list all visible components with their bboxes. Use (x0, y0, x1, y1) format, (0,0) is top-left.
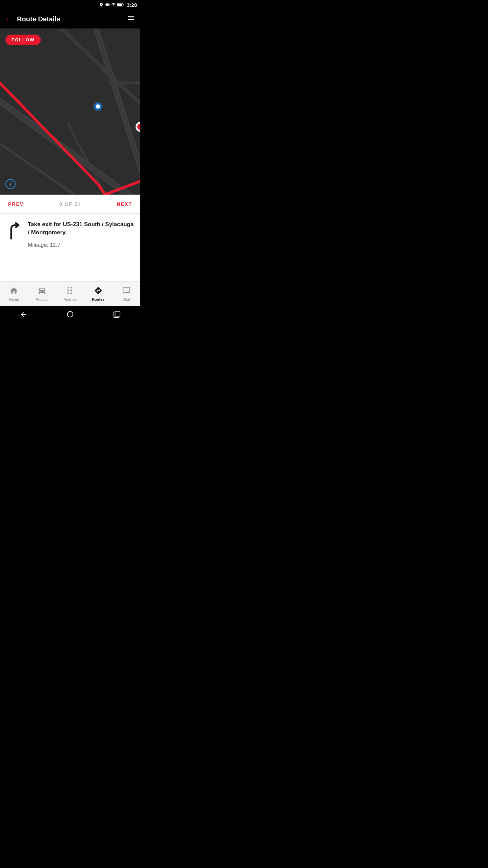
routes-icon (94, 286, 103, 296)
info-button[interactable]: i (5, 179, 16, 189)
android-recents-button[interactable] (113, 311, 121, 318)
status-icons: 3:28 (99, 2, 137, 8)
menu-button[interactable] (127, 14, 135, 24)
nav-label-routes: Routes (92, 297, 104, 301)
nav-label-chat: Chat (122, 297, 130, 301)
agenda-icon (66, 286, 75, 296)
direction-instruction: Take exit for US-231 South / Sylacauga /… (28, 220, 135, 237)
android-nav-bar (0, 306, 140, 323)
nav-label-home: Home (9, 297, 19, 301)
direction-text: Take exit for US-231 South / Sylacauga /… (28, 220, 135, 248)
nav-item-product[interactable]: Product (28, 282, 56, 306)
prev-button[interactable]: PREV (8, 201, 24, 207)
android-home-button[interactable] (66, 311, 74, 318)
menu-icon (127, 14, 135, 22)
location-icon (99, 2, 104, 7)
direction-mileage: Mileage: 12.7 (28, 242, 135, 248)
app-header: ← Route Details (0, 9, 140, 28)
follow-button[interactable]: FOLLOW (5, 35, 41, 45)
nav-label-agenda: Agenda (64, 297, 77, 301)
home-icon (9, 286, 18, 296)
next-button[interactable]: NEXT (117, 201, 132, 207)
product-icon (38, 286, 46, 296)
status-bar: 3:28 (0, 0, 140, 9)
nav-item-chat[interactable]: Chat (112, 282, 140, 306)
chat-icon (122, 286, 131, 296)
svg-rect-2 (118, 4, 122, 6)
bottom-nav: Home Product Agenda Routes (0, 281, 140, 306)
android-back-button[interactable] (20, 311, 27, 318)
map-svg: Old Rockford Rd Rocky Ridge Rd Rockford … (0, 28, 140, 195)
svg-point-10 (96, 104, 100, 108)
status-time: 3:28 (127, 2, 137, 8)
signal-icon (111, 2, 116, 7)
nav-item-routes[interactable]: Routes (84, 282, 112, 306)
nav-item-home[interactable]: Home (0, 282, 28, 306)
turn-arrow-icon (5, 222, 22, 242)
battery-icon (117, 3, 124, 7)
svg-rect-1 (123, 4, 124, 5)
nav-controls: PREV 8 OF 24 NEXT (0, 195, 140, 214)
step-counter: 8 OF 24 (59, 201, 81, 207)
direction-panel: Take exit for US-231 South / Sylacauga /… (0, 214, 140, 281)
page-title: Route Details (17, 15, 127, 23)
vibrate-icon (105, 2, 110, 7)
nav-item-agenda[interactable]: Agenda (56, 282, 84, 306)
map-view: Old Rockford Rd Rocky Ridge Rd Rockford … (0, 28, 140, 195)
nav-label-product: Product (36, 297, 48, 301)
back-button[interactable]: ← (5, 15, 13, 23)
